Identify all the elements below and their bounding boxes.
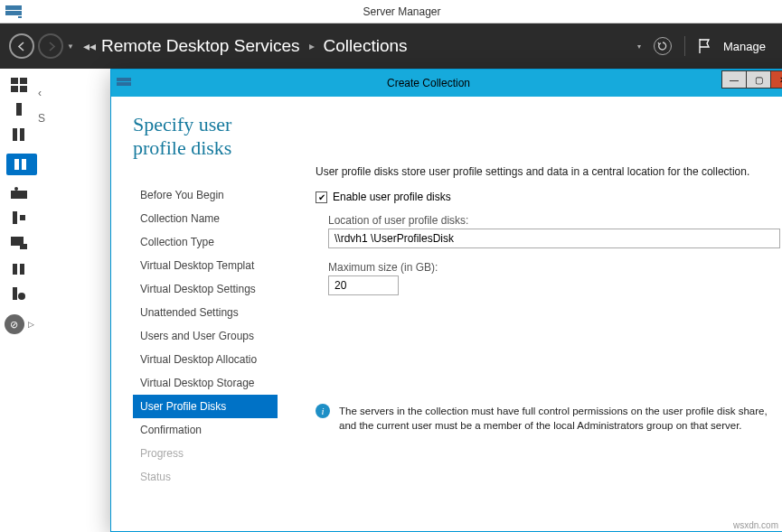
header-actions: ▾ Manage [637, 36, 782, 56]
nav-history-dropdown[interactable]: ▼ [67, 42, 74, 51]
svg-rect-0 [5, 5, 22, 10]
svg-rect-10 [14, 159, 19, 170]
dialog-heading: Specify user profile disks [133, 113, 288, 160]
wizard-step[interactable]: Collection Type [133, 230, 278, 254]
wizard-step[interactable]: Unattended Settings [133, 301, 278, 324]
wizard-step[interactable]: Virtual Desktop Templat [133, 254, 278, 277]
svg-rect-14 [13, 211, 17, 224]
info-icon: i [316, 404, 330, 418]
rail-item-5-icon[interactable] [11, 186, 27, 201]
enable-upd-checkbox[interactable]: ✔ [316, 191, 327, 203]
info-box: i The servers in the collection must hav… [316, 404, 780, 433]
wizard-step[interactable]: Before You Begin [133, 183, 278, 207]
maxsize-input[interactable]: 20 [328, 275, 399, 295]
breadcrumb-back-icon[interactable]: ◂◂ [83, 39, 96, 53]
dialog-body: Specify user profile disks Before You Be… [111, 97, 782, 531]
rail-item-8-icon[interactable] [11, 262, 27, 276]
enable-upd-label: Enable user profile disks [333, 191, 451, 203]
svg-rect-9 [20, 128, 24, 141]
intro-text: User profile disks store user profile se… [316, 165, 780, 178]
svg-rect-3 [11, 78, 18, 84]
dialog-titlebar[interactable]: Create Collection — ▢ ✕ [111, 70, 782, 97]
svg-rect-22 [117, 78, 131, 81]
location-label: Location of user profile disks: [328, 214, 780, 227]
svg-rect-5 [11, 86, 18, 92]
svg-rect-7 [16, 103, 22, 116]
svg-point-13 [14, 187, 18, 191]
header-divider [684, 36, 685, 56]
svg-rect-12 [11, 191, 27, 199]
wizard-step-disabled: Status [133, 465, 278, 489]
rail-item-7-icon[interactable] [11, 237, 27, 251]
notifications-flag-icon[interactable] [698, 39, 711, 53]
svg-rect-18 [13, 264, 17, 275]
svg-rect-4 [20, 78, 27, 84]
manage-menu[interactable]: Manage [723, 40, 766, 53]
window-titlebar: Server Manager [0, 0, 782, 23]
svg-rect-11 [22, 159, 26, 170]
refresh-button[interactable] [654, 37, 672, 55]
wizard-step[interactable]: Virtual Desktop Allocatio [133, 348, 278, 371]
breadcrumb-item-rds[interactable]: Remote Desktop Services [101, 36, 300, 56]
header-dropdown-icon[interactable]: ▾ [637, 42, 641, 51]
wizard-step[interactable]: Virtual Desktop Storage [133, 371, 278, 395]
rail-item-active[interactable] [6, 154, 37, 175]
dialog-title: Create Collection [135, 77, 722, 89]
svg-rect-8 [13, 128, 17, 141]
svg-rect-23 [117, 82, 131, 86]
svg-rect-6 [20, 86, 27, 92]
create-collection-dialog: Create Collection — ▢ ✕ Specify user pro… [110, 69, 782, 532]
svg-point-21 [18, 293, 25, 300]
rail-local-server-icon[interactable] [11, 103, 27, 117]
svg-rect-17 [20, 244, 27, 249]
svg-rect-15 [20, 215, 25, 220]
breadcrumb-item-collections[interactable]: Collections [324, 36, 408, 56]
wizard-step[interactable]: Collection Name [133, 207, 278, 230]
window-buttons: — ▢ ✕ [722, 70, 782, 90]
svg-rect-20 [13, 287, 17, 300]
rail-item-6-icon[interactable] [11, 211, 27, 226]
rail-dashboard-icon[interactable] [11, 78, 27, 92]
location-input[interactable]: \\rdvh1 \UserProfilesDisk [328, 229, 780, 248]
svg-rect-19 [20, 264, 24, 275]
dialog-content: User profile disks store user profile se… [316, 113, 780, 522]
bg-peek-char: ‹S [38, 87, 45, 125]
svg-rect-2 [18, 16, 22, 18]
app-header: ▼ ◂◂ Remote Desktop Services ▸ Collectio… [0, 23, 782, 69]
watermark: wsxdn.com [733, 520, 778, 530]
nav-forward-button [38, 33, 63, 59]
wizard-step-disabled: Progress [133, 442, 278, 465]
minimize-button[interactable]: — [721, 70, 747, 89]
dialog-left-col: Specify user profile disks Before You Be… [133, 113, 288, 522]
rail-rds-icon[interactable]: ⊘ ▷ [5, 314, 34, 334]
wizard-steps: Before You Begin Collection Name Collect… [133, 183, 278, 489]
rail-all-servers-icon[interactable] [11, 128, 27, 143]
nav-back-button[interactable] [9, 33, 34, 59]
dialog-app-icon [117, 78, 131, 89]
left-nav-rail: ⊘ ▷ [0, 69, 38, 532]
nav-buttons: ▼ [0, 33, 83, 59]
main-area: ⊘ ▷ ‹S tota Vir Create Collection — ▢ ✕ [0, 69, 782, 532]
enable-upd-row: ✔ Enable user profile disks [316, 191, 780, 203]
background-panel: ‹S tota Vir Create Collection — ▢ ✕ [38, 69, 782, 532]
breadcrumb-separator-icon: ▸ [309, 40, 315, 52]
wizard-step[interactable]: Users and User Groups [133, 324, 278, 348]
info-text: The servers in the collection must have … [339, 404, 771, 433]
wizard-step-active[interactable]: User Profile Disks [133, 395, 278, 418]
close-button[interactable]: ✕ [770, 70, 782, 89]
rail-item-9-icon[interactable] [11, 287, 27, 302]
window-title: Server Manager [27, 5, 777, 18]
wizard-step[interactable]: Confirmation [133, 418, 278, 442]
wizard-step[interactable]: Virtual Desktop Settings [133, 277, 278, 301]
server-manager-icon [5, 5, 22, 18]
svg-rect-1 [5, 11, 22, 15]
maximize-button[interactable]: ▢ [746, 70, 771, 89]
breadcrumb: ◂◂ Remote Desktop Services ▸ Collections [83, 36, 637, 56]
maxsize-label: Maximum size (in GB): [328, 261, 780, 274]
